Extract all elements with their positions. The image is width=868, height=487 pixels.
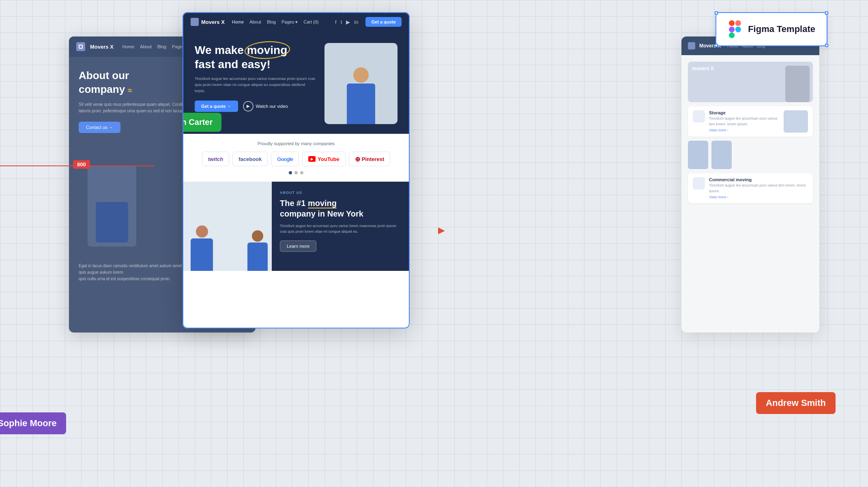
service-item-storage: Storage Tincidunt augue leo accumsan pur… (688, 106, 813, 137)
selection-handle-bl[interactable] (183, 326, 185, 328)
mc-dot-2[interactable] (294, 171, 298, 174)
service-commercial-title: Commercial moving (709, 177, 808, 182)
linkedin-nav-icon: in (354, 19, 358, 25)
mc-logo: Movers X (191, 18, 225, 26)
mc-hero-section: We make moving fast and easy! Tincidunt … (183, 32, 410, 134)
about-person1-body (191, 238, 213, 271)
play-icon: ▶ (243, 101, 254, 112)
facebook-nav-icon: f (335, 19, 337, 25)
hero-person-body (347, 84, 375, 124)
storage-icon (693, 110, 705, 122)
figma-template-card: Figma Template (715, 12, 827, 46)
youtube-logo: ▶ YouTube (302, 152, 346, 166)
mc-watch-video-btn[interactable]: ▶ Watch our video (243, 101, 288, 112)
service-storage-title: Storage (709, 110, 780, 115)
left-card-nav: Home About Blog Pages ▾ (122, 44, 188, 49)
commercial-icon (693, 177, 705, 189)
about-person-1 (191, 225, 213, 271)
dimension-800-label: 800 (73, 160, 90, 169)
mc-logo-icon (191, 18, 199, 26)
left-card-logo (76, 42, 85, 51)
mc-about-text: ABOUT US The #1 moving company in New Yo… (272, 182, 410, 271)
right-card-hero-image: movers X (688, 62, 813, 102)
mc-hero-text: We make moving fast and easy! Tincidunt … (195, 43, 316, 124)
left-card-title-line2: company (79, 83, 125, 95)
mc-hero-image (324, 43, 397, 124)
svg-rect-2 (729, 27, 735, 32)
service-commercial-link[interactable]: View more › (709, 195, 808, 199)
mc-sponsors-title: Proudly supported by many companies (191, 141, 402, 146)
mc-sponsors-logos: twitch facebook Google ▶ YouTube ⊕ Pinte… (191, 152, 402, 166)
mc-nav-blog[interactable]: Blog (267, 19, 276, 25)
pinterest-icon: ⊕ (355, 155, 360, 163)
youtube-nav-icon: ▶ (346, 19, 350, 25)
mc-hero-body: Tincidunt augue leo accumsan puru varius… (195, 75, 316, 94)
worker-img-sm-1 (688, 141, 708, 169)
mc-nav-social-icons: f t ▶ in (335, 19, 358, 25)
about-person2-body (247, 242, 268, 271)
left-nav-blog: Blog (157, 44, 166, 49)
figma-logo-icon (728, 20, 742, 38)
mc-about-tag: ABOUT US (280, 191, 402, 195)
google-logo: Google (271, 152, 299, 166)
service-storage-content: Storage Tincidunt augue leo accumsan pur… (709, 110, 780, 132)
mc-about-image (183, 182, 272, 271)
mc-get-quote-btn[interactable]: Get a quote (365, 17, 402, 27)
mc-nav-cart[interactable]: Cart (0) (303, 19, 318, 25)
figma-handle-tr[interactable] (825, 11, 828, 15)
figma-handle-bl[interactable] (715, 44, 718, 47)
andrew-smith-badge: Andrew Smith (756, 392, 836, 414)
mc-brand: Movers X (201, 19, 225, 25)
service-storage-text: Tincidunt augue leo accumsan puru varius… (709, 116, 780, 127)
figma-handle-br[interactable] (825, 44, 828, 47)
svg-rect-1 (735, 20, 741, 26)
worker-body (96, 202, 128, 242)
mc-hero-quote-btn[interactable]: Get a quote → (195, 101, 238, 112)
selection-handle-br[interactable] (408, 326, 410, 328)
right-hero-img (785, 66, 810, 102)
mc-nav-pages[interactable]: Pages ▾ (281, 19, 298, 25)
john-carter-badge: John Carter (183, 113, 221, 132)
about-person2-head (252, 230, 263, 242)
storage-service-img (784, 110, 808, 133)
service-commercial-content: Commercial moving Tincidunt augue leo ac… (709, 177, 808, 199)
mc-sponsors-section: Proudly supported by many companies twit… (183, 134, 410, 182)
left-card-brand: Movers X (90, 44, 114, 50)
left-card-contact-btn[interactable]: Contact us → (79, 122, 120, 133)
svg-rect-3 (729, 32, 735, 38)
service-storage-link[interactable]: View more › (709, 128, 780, 132)
hero-person-head (353, 67, 369, 83)
right-background-card: Movers X Home About Blog movers X Storag… (681, 36, 819, 333)
worker-img-sm-2 (711, 141, 732, 169)
twitter-nav-icon: t (341, 19, 342, 25)
figma-template-title: Figma Template (748, 24, 815, 34)
red-arrow-icon: ▶ (438, 225, 445, 236)
moving-highlight: moving (247, 43, 288, 57)
sophie-moore-badge: Sophie Moore (0, 412, 66, 434)
pinterest-logo: ⊕ Pinterest (349, 152, 391, 166)
mc-about-title: The #1 moving company in New York (280, 198, 402, 219)
service-commercial-text: Tincidunt augue leo accumsan puru varius… (709, 183, 808, 194)
twitch-logo: twitch (202, 152, 230, 166)
right-card-workers (688, 141, 813, 169)
facebook-logo: facebook (232, 152, 268, 166)
youtube-icon: ▶ (308, 156, 316, 162)
figma-handle-tl[interactable] (715, 11, 718, 15)
mc-hero-actions: Get a quote → ▶ Watch our video (195, 101, 316, 112)
mc-dot-3[interactable] (300, 171, 303, 174)
mc-about-section: ABOUT US The #1 moving company in New Yo… (183, 182, 410, 271)
svg-rect-0 (729, 20, 735, 26)
mc-learn-more-btn[interactable]: Learn more (280, 240, 316, 252)
svg-rect-4 (735, 27, 741, 32)
left-nav-about: About (140, 44, 152, 49)
selection-handle-tl[interactable] (183, 12, 185, 14)
mc-nav-home[interactable]: Home (232, 19, 244, 25)
mc-dot-1[interactable] (289, 171, 292, 174)
about-person1-head (196, 225, 208, 238)
right-card-logo-icon (688, 42, 695, 49)
left-nav-home: Home (122, 44, 134, 49)
mc-nav-about[interactable]: About (249, 19, 261, 25)
mc-carousel-dots (191, 171, 402, 174)
mc-nav-links: Home About Blog Pages ▾ Cart (0) (232, 19, 328, 25)
selection-handle-tr[interactable] (408, 12, 410, 14)
